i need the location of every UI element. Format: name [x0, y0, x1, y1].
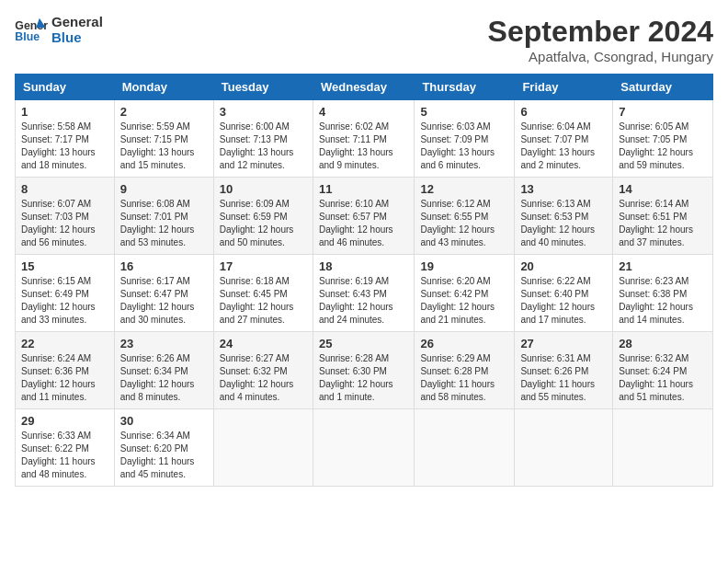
calendar-cell: 21 Sunrise: 6:23 AMSunset: 6:38 PMDaylig… — [613, 255, 713, 332]
calendar-week-row: 29 Sunrise: 6:33 AMSunset: 6:22 PMDaylig… — [16, 409, 713, 487]
day-info: Sunrise: 6:23 AMSunset: 6:38 PMDaylight:… — [619, 275, 707, 327]
header-monday: Monday — [114, 75, 213, 100]
calendar-cell: 12 Sunrise: 6:12 AMSunset: 6:55 PMDaylig… — [415, 178, 515, 255]
svg-text:Blue: Blue — [15, 30, 40, 43]
header-sunday: Sunday — [16, 75, 115, 100]
calendar-cell: 15 Sunrise: 6:15 AMSunset: 6:49 PMDaylig… — [16, 255, 115, 332]
calendar-cell: 3 Sunrise: 6:00 AMSunset: 7:13 PMDayligh… — [213, 100, 313, 178]
day-number: 10 — [220, 182, 307, 196]
calendar-cell: 11 Sunrise: 6:10 AMSunset: 6:57 PMDaylig… — [313, 178, 414, 255]
day-number: 22 — [21, 337, 108, 350]
day-info: Sunrise: 6:15 AMSunset: 6:49 PMDaylight:… — [21, 275, 108, 327]
day-info: Sunrise: 6:02 AMSunset: 7:11 PMDaylight:… — [319, 121, 408, 172]
day-info: Sunrise: 6:05 AMSunset: 7:05 PMDaylight:… — [619, 121, 707, 172]
day-number: 2 — [120, 105, 208, 119]
day-number: 16 — [120, 259, 208, 273]
header-wednesday: Wednesday — [313, 75, 414, 100]
title-block: September 2024 Apatfalva, Csongrad, Hung… — [488, 15, 713, 64]
day-number: 21 — [619, 259, 707, 273]
day-number: 11 — [319, 182, 408, 196]
calendar-week-row: 22 Sunrise: 6:24 AMSunset: 6:36 PMDaylig… — [16, 332, 713, 409]
calendar-cell — [515, 409, 613, 487]
calendar-cell: 19 Sunrise: 6:20 AMSunset: 6:42 PMDaylig… — [415, 255, 515, 332]
day-number: 24 — [220, 337, 307, 350]
day-number: 18 — [319, 259, 408, 273]
calendar-week-row: 15 Sunrise: 6:15 AMSunset: 6:49 PMDaylig… — [16, 255, 713, 332]
logo: General Blue General Blue — [15, 15, 103, 45]
day-info: Sunrise: 6:00 AMSunset: 7:13 PMDaylight:… — [220, 121, 307, 172]
day-number: 6 — [520, 105, 607, 119]
day-number: 20 — [520, 259, 607, 273]
day-info: Sunrise: 6:27 AMSunset: 6:32 PMDaylight:… — [220, 352, 307, 404]
month-title: September 2024 — [488, 15, 713, 49]
day-info: Sunrise: 6:03 AMSunset: 7:09 PMDaylight:… — [420, 121, 508, 172]
calendar-cell: 25 Sunrise: 6:28 AMSunset: 6:30 PMDaylig… — [313, 332, 414, 409]
day-number: 9 — [120, 182, 208, 196]
day-number: 7 — [619, 105, 707, 119]
calendar-table: Sunday Monday Tuesday Wednesday Thursday… — [15, 74, 713, 487]
day-number: 25 — [319, 337, 408, 350]
day-number: 1 — [21, 105, 108, 119]
calendar-cell: 7 Sunrise: 6:05 AMSunset: 7:05 PMDayligh… — [613, 100, 713, 178]
calendar-cell: 14 Sunrise: 6:14 AMSunset: 6:51 PMDaylig… — [613, 178, 713, 255]
day-info: Sunrise: 6:29 AMSunset: 6:28 PMDaylight:… — [420, 352, 508, 404]
calendar-cell — [613, 409, 713, 487]
calendar-cell: 26 Sunrise: 6:29 AMSunset: 6:28 PMDaylig… — [415, 332, 515, 409]
day-info: Sunrise: 5:58 AMSunset: 7:17 PMDaylight:… — [21, 121, 108, 172]
day-info: Sunrise: 6:10 AMSunset: 6:57 PMDaylight:… — [319, 198, 408, 249]
day-info: Sunrise: 6:28 AMSunset: 6:30 PMDaylight:… — [319, 352, 408, 404]
day-number: 8 — [21, 182, 108, 196]
day-number: 5 — [420, 105, 508, 119]
day-info: Sunrise: 6:20 AMSunset: 6:42 PMDaylight:… — [420, 275, 508, 327]
day-info: Sunrise: 6:33 AMSunset: 6:22 PMDaylight:… — [21, 430, 108, 481]
calendar-cell — [213, 409, 313, 487]
day-number: 19 — [420, 259, 508, 273]
day-info: Sunrise: 6:24 AMSunset: 6:36 PMDaylight:… — [21, 352, 108, 404]
calendar-week-row: 1 Sunrise: 5:58 AMSunset: 7:17 PMDayligh… — [16, 100, 713, 178]
day-number: 15 — [21, 259, 108, 273]
calendar-cell: 18 Sunrise: 6:19 AMSunset: 6:43 PMDaylig… — [313, 255, 414, 332]
day-info: Sunrise: 6:31 AMSunset: 6:26 PMDaylight:… — [520, 352, 607, 404]
logo-line2: Blue — [51, 30, 103, 46]
calendar-cell: 23 Sunrise: 6:26 AMSunset: 6:34 PMDaylig… — [114, 332, 213, 409]
day-number: 4 — [319, 105, 408, 119]
day-number: 26 — [420, 337, 508, 350]
calendar-cell: 6 Sunrise: 6:04 AMSunset: 7:07 PMDayligh… — [515, 100, 613, 178]
calendar-cell: 30 Sunrise: 6:34 AMSunset: 6:20 PMDaylig… — [114, 409, 213, 487]
calendar-cell — [313, 409, 414, 487]
calendar-cell: 16 Sunrise: 6:17 AMSunset: 6:47 PMDaylig… — [114, 255, 213, 332]
header-friday: Friday — [515, 75, 613, 100]
day-number: 30 — [120, 414, 208, 428]
day-info: Sunrise: 6:12 AMSunset: 6:55 PMDaylight:… — [420, 198, 508, 249]
weekday-header-row: Sunday Monday Tuesday Wednesday Thursday… — [16, 75, 713, 100]
day-info: Sunrise: 6:09 AMSunset: 6:59 PMDaylight:… — [220, 198, 307, 249]
day-info: Sunrise: 6:22 AMSunset: 6:40 PMDaylight:… — [520, 275, 607, 327]
day-info: Sunrise: 6:17 AMSunset: 6:47 PMDaylight:… — [120, 275, 208, 327]
calendar-cell: 28 Sunrise: 6:32 AMSunset: 6:24 PMDaylig… — [613, 332, 713, 409]
day-number: 29 — [21, 414, 108, 428]
day-number: 17 — [220, 259, 307, 273]
day-info: Sunrise: 6:04 AMSunset: 7:07 PMDaylight:… — [520, 121, 607, 172]
calendar-cell: 2 Sunrise: 5:59 AMSunset: 7:15 PMDayligh… — [114, 100, 213, 178]
calendar-cell: 4 Sunrise: 6:02 AMSunset: 7:11 PMDayligh… — [313, 100, 414, 178]
day-number: 14 — [619, 182, 707, 196]
day-info: Sunrise: 6:13 AMSunset: 6:53 PMDaylight:… — [520, 198, 607, 249]
day-info: Sunrise: 5:59 AMSunset: 7:15 PMDaylight:… — [120, 121, 208, 172]
day-number: 12 — [420, 182, 508, 196]
calendar-week-row: 8 Sunrise: 6:07 AMSunset: 7:03 PMDayligh… — [16, 178, 713, 255]
calendar-cell: 22 Sunrise: 6:24 AMSunset: 6:36 PMDaylig… — [16, 332, 115, 409]
day-number: 3 — [220, 105, 307, 119]
calendar-cell: 5 Sunrise: 6:03 AMSunset: 7:09 PMDayligh… — [415, 100, 515, 178]
calendar-cell: 9 Sunrise: 6:08 AMSunset: 7:01 PMDayligh… — [114, 178, 213, 255]
day-info: Sunrise: 6:32 AMSunset: 6:24 PMDaylight:… — [619, 352, 707, 404]
day-info: Sunrise: 6:18 AMSunset: 6:45 PMDaylight:… — [220, 275, 307, 327]
calendar-cell — [415, 409, 515, 487]
calendar-cell: 8 Sunrise: 6:07 AMSunset: 7:03 PMDayligh… — [16, 178, 115, 255]
day-number: 23 — [120, 337, 208, 350]
calendar-cell: 1 Sunrise: 5:58 AMSunset: 7:17 PMDayligh… — [16, 100, 115, 178]
logo-line1: General — [51, 15, 103, 30]
header-tuesday: Tuesday — [213, 75, 313, 100]
calendar-cell: 13 Sunrise: 6:13 AMSunset: 6:53 PMDaylig… — [515, 178, 613, 255]
calendar-cell: 27 Sunrise: 6:31 AMSunset: 6:26 PMDaylig… — [515, 332, 613, 409]
logo-icon: General Blue — [15, 17, 48, 44]
